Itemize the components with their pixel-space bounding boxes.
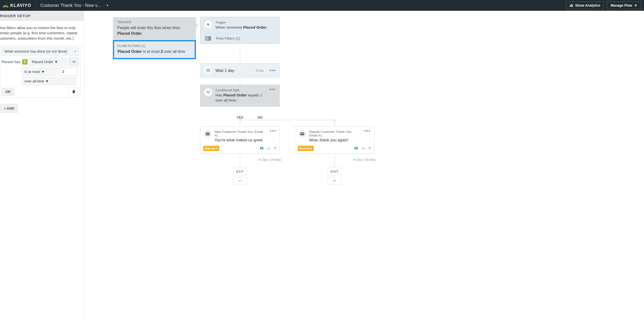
brand-text: KLAVIYO <box>10 3 31 8</box>
flow-name-dropdown[interactable]: Customer Thank You - New v... ▼ <box>36 3 109 8</box>
caret-down-icon: ▼ <box>634 4 638 7</box>
caret-down-icon: ▼ <box>106 4 109 7</box>
klaviyo-arc-icon <box>2 2 9 9</box>
manage-flow-button[interactable]: Manage Flow ▼ <box>607 2 641 9</box>
svg-rect-1 <box>571 4 572 7</box>
svg-rect-0 <box>570 5 570 7</box>
top-bar: KLAVIYO Customer Thank You - New v... ▼ … <box>0 0 644 11</box>
show-analytics-button[interactable]: Show Analytics <box>566 2 604 9</box>
flow-name-text: Customer Thank You - New v... <box>40 3 101 8</box>
brand-logo[interactable]: KLAVIYO <box>0 0 36 11</box>
bar-chart-icon <box>570 4 573 7</box>
svg-rect-2 <box>572 5 573 7</box>
